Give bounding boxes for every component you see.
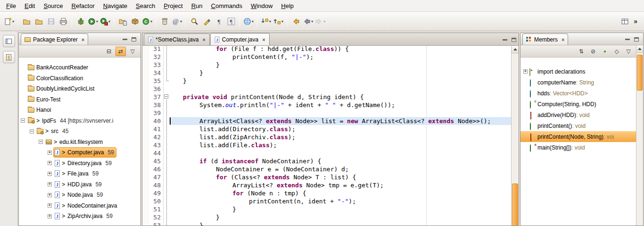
- open-perspective-button[interactable]: [619, 15, 631, 27]
- show-block-selection-button[interactable]: [225, 15, 237, 27]
- export-jar-button[interactable]: [158, 15, 171, 27]
- tree-item-content[interactable]: >NodeContainer.java: [54, 201, 119, 210]
- external-tools-button[interactable]: ▾: [99, 15, 111, 27]
- maximize-icon[interactable]: [634, 37, 639, 42]
- tree-item-content[interactable]: DoublyLinkedCyclicList: [27, 84, 96, 93]
- tree-item[interactable]: +>Computer.java59: [19, 147, 140, 158]
- dropdown-arrow-icon[interactable]: ▾: [269, 19, 271, 24]
- tree-item-content[interactable]: >Computer.java59: [54, 148, 116, 157]
- menu-item-project[interactable]: Project: [159, 0, 187, 11]
- tree-item[interactable]: +>NodeContainer.java: [19, 201, 140, 211]
- tree-item[interactable]: ColorClassification: [19, 73, 140, 84]
- tree-item-content[interactable]: Hanoi: [27, 105, 53, 115]
- search-button[interactable]: [188, 15, 200, 27]
- expand-expander-icon[interactable]: +: [48, 151, 52, 155]
- tree-item-content[interactable]: >HDD.java59: [54, 180, 104, 189]
- last-edit-location-button[interactable]: [289, 15, 302, 27]
- expand-expander-icon[interactable]: +: [48, 203, 52, 208]
- expand-expander-icon[interactable]: +: [48, 193, 52, 197]
- dropdown-arrow-icon[interactable]: ▾: [12, 19, 14, 24]
- dropdown-arrow-icon[interactable]: ▾: [108, 19, 110, 24]
- tree-item-content[interactable]: BankAccountReader: [27, 63, 90, 72]
- menu-item-help[interactable]: Help: [277, 0, 298, 11]
- previous-annotation-button[interactable]: ▾: [272, 15, 284, 27]
- dropdown-arrow-icon[interactable]: ▾: [180, 19, 182, 24]
- view-menu-button[interactable]: ▽: [127, 47, 138, 56]
- open-resource-button[interactable]: [20, 15, 33, 27]
- collapse-fold-icon[interactable]: −: [164, 94, 168, 99]
- tree-item[interactable]: DoublyLinkedCyclicList: [19, 84, 140, 94]
- expand-expander-icon[interactable]: +: [48, 182, 52, 186]
- tree-item-content[interactable]: Euro-Test: [27, 95, 62, 104]
- menu-item-source[interactable]: Source: [39, 0, 67, 11]
- collapse-expander-icon[interactable]: −: [39, 140, 43, 144]
- hide-fields-button[interactable]: ⊘: [588, 47, 598, 56]
- new-class-button[interactable]: ▾: [141, 15, 153, 27]
- scrollbar-thumb[interactable]: [512, 184, 518, 226]
- editor-body[interactable]: 3132333435363738394041424344454647484950…: [142, 46, 519, 226]
- dropdown-arrow-icon[interactable]: ▾: [281, 19, 283, 24]
- back-button[interactable]: ▾: [302, 15, 314, 27]
- dropdown-arrow-icon[interactable]: ▾: [252, 19, 254, 24]
- open-web-browser-button[interactable]: ▾: [242, 15, 255, 27]
- new-package-button[interactable]: [129, 15, 141, 27]
- member-item[interactable]: printContent(Node, String) : voi: [520, 131, 643, 142]
- editor-vertical-scrollbar[interactable]: [511, 46, 519, 226]
- package-explorer-view-tab[interactable]: Package Explorer ×: [21, 33, 88, 45]
- view-menu-button[interactable]: ▽: [623, 47, 634, 56]
- minimize-icon[interactable]: [625, 39, 630, 40]
- forward-button[interactable]: ▾: [314, 15, 326, 27]
- scroll-up-icon[interactable]: [636, 45, 643, 53]
- tree-item[interactable]: Hanoi: [19, 105, 140, 116]
- open-file-button[interactable]: [33, 15, 45, 27]
- tree-item[interactable]: +>Node.java59: [19, 190, 140, 201]
- expand-expander-icon[interactable]: +: [48, 172, 52, 176]
- new-wizard-button[interactable]: ▾: [3, 15, 15, 27]
- tree-item[interactable]: +>HDD.java59: [19, 179, 140, 190]
- scrollbar-thumb[interactable]: [637, 55, 643, 91]
- maximize-icon[interactable]: [132, 37, 136, 42]
- fast-view-1-button[interactable]: [3, 35, 15, 47]
- menu-item-window[interactable]: Window: [247, 0, 277, 11]
- tree-item-content[interactable]: >Directory.java59: [54, 159, 114, 168]
- tree-item[interactable]: +>ZipArchiv.java59: [19, 211, 140, 222]
- collapse-expander-icon[interactable]: −: [21, 118, 25, 123]
- members-view-tab[interactable]: Members ×: [522, 33, 568, 45]
- close-icon[interactable]: ×: [80, 37, 84, 42]
- tree-item-content[interactable]: >Node.java59: [54, 190, 105, 200]
- debug-button[interactable]: [74, 15, 87, 27]
- member-item[interactable]: printContent() : void: [520, 120, 643, 131]
- hide-non-public-button[interactable]: ◇: [611, 47, 622, 56]
- next-annotation-button[interactable]: ▾: [260, 15, 272, 27]
- new-java-project-button[interactable]: [116, 15, 129, 27]
- member-item[interactable]: smain(String[]) : void: [520, 142, 643, 153]
- toggle-mark-occurrences-button[interactable]: [200, 15, 213, 27]
- tree-item[interactable]: −>edu.kit.filesystem: [19, 137, 140, 148]
- editor-tab[interactable]: *SomeClass.java×: [144, 33, 210, 45]
- menu-item-file[interactable]: File: [2, 0, 20, 11]
- tree-item-content[interactable]: >File.java59: [54, 169, 100, 178]
- member-item[interactable]: addDrive(HDD) : void: [520, 109, 643, 120]
- menu-item-run[interactable]: Run: [187, 0, 207, 11]
- menu-item-commands[interactable]: Commands: [207, 0, 247, 11]
- maximize-icon[interactable]: [512, 38, 516, 42]
- expand-expander-icon[interactable]: +: [48, 214, 52, 218]
- tree-item[interactable]: BankAccountReader: [19, 62, 140, 73]
- tree-item[interactable]: Euro-Test: [19, 94, 140, 105]
- close-icon[interactable]: ×: [201, 37, 205, 42]
- menu-item-navigate[interactable]: Navigate: [99, 0, 132, 11]
- minimize-icon[interactable]: [123, 39, 127, 40]
- tree-item-content[interactable]: ColorClassification: [27, 74, 85, 83]
- close-icon[interactable]: ×: [261, 37, 265, 42]
- tree-item-content[interactable]: >ZipArchiv.java59: [54, 211, 115, 221]
- print-button[interactable]: [57, 15, 69, 27]
- show-whitespace-button[interactable]: [213, 15, 225, 27]
- fast-view-2-button[interactable]: [3, 51, 15, 63]
- run-button[interactable]: ▾: [87, 15, 99, 27]
- code-area[interactable]: for (File f : hdd.get(File.class)) {prin…: [169, 46, 511, 225]
- sort-button[interactable]: ⇅: [576, 47, 586, 56]
- expand-expander-icon[interactable]: +: [523, 69, 528, 74]
- tree-item-content[interactable]: >IpdFs44 [https://svnserver.i: [27, 116, 115, 126]
- toolbar-overflow-chevron[interactable]: »: [631, 17, 641, 25]
- tree-item[interactable]: −>src45: [19, 126, 140, 137]
